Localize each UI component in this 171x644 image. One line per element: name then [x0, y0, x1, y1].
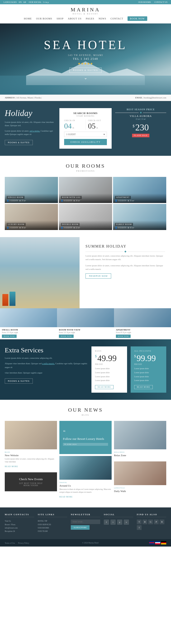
mini-room-1-btn[interactable]: BOOK NOW — [2, 334, 17, 338]
email-value: | booking@hotelresort.com — [143, 96, 166, 99]
check-availability-button[interactable]: CHECK AVAILABILITY — [64, 139, 107, 145]
find-icon-2[interactable]: B — [142, 520, 147, 524]
footer-link-3[interactable]: OUR ROOMS — [38, 526, 67, 530]
nav-contact[interactable]: Contact — [110, 17, 123, 20]
news-around-readmore[interactable]: READ MORE — [59, 496, 73, 498]
footer-link-2[interactable]: OUR SERVICES — [38, 523, 67, 526]
lang-ar[interactable]: AR — [23, 1, 26, 3]
summer-title: Summer Holiday — [86, 244, 165, 248]
mini-room-3-btn[interactable]: BOOK NOW — [116, 334, 131, 338]
newsletter-input[interactable] — [71, 520, 100, 524]
checkin-col: CHECK-IN 04 th — [64, 120, 83, 130]
social-tw-icon[interactable]: t — [110, 520, 116, 525]
contact-link[interactable]: CONTACT US — [154, 1, 167, 3]
news-walk-title: Daily Walk — [114, 490, 166, 492]
footer-main: Main Contacts Visit Us Resort / Floor. i… — [0, 508, 171, 539]
hero-scroll-icon[interactable]: ⌄ — [84, 75, 87, 80]
find-icon-3[interactable]: G — [148, 520, 153, 524]
nav-shop[interactable]: Shop — [57, 17, 64, 20]
extra-rooms-button[interactable]: ROOMS & SUITES — [5, 378, 33, 384]
nav-news[interactable]: News — [99, 17, 106, 20]
room-card-5[interactable]: DOUBLE ROOM 👤 3 GUESTS ⊞ 22 m² — [59, 204, 112, 230]
search-title: Search Rooms — [64, 112, 107, 114]
news-featured-text: Follow our Resort Luxury Hotels — [63, 437, 108, 441]
holiday-link[interactable]: sed a metus. — [30, 130, 40, 132]
news-website-image — [5, 421, 57, 449]
guest-chevron: ▾ — [104, 133, 105, 136]
our-rooms-link[interactable]: OUR ROOMS — [138, 1, 151, 3]
find-icon-6[interactable]: I — [137, 525, 141, 530]
social-fb-icon[interactable]: f — [104, 520, 109, 525]
check-events-sub1: LET REST YOUR SELF — [19, 482, 43, 484]
room-4-type: LUXURY ROOM — [7, 223, 26, 226]
social-fb[interactable]: f — [43, 1, 44, 3]
room-2-type: ROOM WITH LOG — [61, 196, 82, 199]
info-bar: ADDRESS | 143 Avenue, Miami | Florida | … — [0, 94, 171, 101]
guest-selector[interactable]: 1 GUEST ▾ — [64, 132, 107, 137]
checkout-day: 05 — [88, 122, 96, 130]
logo-sub: Hotel & Resort — [5, 13, 166, 15]
footer-link-1[interactable]: HOTEL TIP — [38, 520, 67, 523]
logo-text[interactable]: MARINA — [5, 7, 166, 13]
room-3-overlay: APARTMENT 👤 5 GUESTS ⊞ 35 m² — [113, 194, 166, 203]
room-card-1[interactable]: SINGLE ROOM 👤 1 GUESTS ⊞ 25 m² — [5, 177, 58, 203]
extra-link[interactable]: a nulla mauris. — [42, 362, 55, 365]
room-1-guests: 👤 1 GUESTS — [7, 200, 18, 202]
room-6-guests: 👤 6 GUESTS — [115, 227, 126, 229]
room-card-2[interactable]: ROOM WITH LOG 👤 4 GUESTS ⊞ 26 m² — [59, 177, 112, 203]
room-2-size: ⊞ 26 m² — [73, 200, 80, 202]
mini-rooms: Small Room From 115 $ per night BOOK NOW… — [0, 308, 171, 339]
rooms-section-title: OUR ROOMS — [5, 163, 166, 169]
top-bar-right: OUR ROOMS CONTACT US — [138, 1, 167, 3]
hero-rooms-button[interactable]: ROOMS & SUITES — [69, 68, 102, 73]
top-bar: LANGUAGES EN AR OUR SOCIAL f t in p OUR … — [0, 0, 171, 4]
top-bar-left: LANGUAGES EN AR OUR SOCIAL f t in p — [4, 1, 49, 3]
mini-room-2-price: From 121 $ per night — [59, 332, 112, 334]
holiday-rooms-button[interactable]: ROOMS & SUITES — [5, 140, 33, 145]
nav-pages[interactable]: Pages — [86, 17, 94, 20]
nav-home[interactable]: Home — [24, 17, 32, 20]
footer-copyright: © 2024 Marina Hotel — [82, 542, 99, 544]
social-in[interactable]: in — [45, 1, 47, 3]
main-nav: Home Our Rooms Shop About Us Pages News … — [5, 16, 166, 21]
find-icon-1[interactable]: T — [137, 520, 141, 524]
news-card-relax: WELLNESS Relax Zone — [114, 421, 166, 460]
terms-link[interactable]: Terms of Use — [5, 542, 15, 544]
lang-en[interactable]: EN — [19, 1, 22, 3]
newsletter-button[interactable]: SUBSCRIBE — [71, 525, 90, 530]
languages-label[interactable]: LANGUAGES — [4, 1, 17, 3]
drink-2 — [10, 292, 16, 306]
footer-link-4[interactable]: OUR TEAM — [38, 530, 67, 533]
news-relax-tag: WELLNESS — [114, 451, 166, 453]
checkout-date[interactable]: 05 th — [88, 122, 107, 130]
room-card-4[interactable]: LUXURY ROOM 👤 2 GUESTS ⊞ 30 m² — [5, 204, 58, 230]
room-1-type: SINGLE ROOM — [7, 196, 25, 199]
room-2-overlay: ROOM WITH LOG 👤 4 GUESTS ⊞ 26 m² — [59, 194, 112, 203]
social-pi[interactable]: p — [48, 1, 49, 3]
room-6-overlay: FAMILY ROOM 👤 6 GUESTS ⊞ 45 m² — [113, 220, 166, 230]
extra-text2: Aliquam vitae interdum diam. Quisque sed… — [5, 362, 88, 369]
drink-1 — [2, 294, 8, 306]
nav-about[interactable]: About Us — [68, 17, 82, 20]
footer-contacts-title: Main Contacts — [5, 513, 34, 517]
nav-rooms[interactable]: Our Rooms — [36, 17, 52, 20]
social-yt-icon[interactable]: y — [117, 520, 122, 525]
check-events-card[interactable]: Check New Events LET REST YOUR SELF BOOK… — [5, 472, 57, 491]
reserve-button[interactable]: RESERVE NOW — [86, 274, 111, 278]
holiday-section: Holiday Lorem ipsum dolor sit amet, elit… — [0, 101, 171, 156]
inclusive-read-more-button[interactable]: READ MORE — [134, 385, 153, 389]
basic-read-more-button[interactable]: READ MORE — [95, 385, 113, 389]
social-vm-icon[interactable]: v — [124, 520, 129, 525]
room-card-6[interactable]: FAMILY ROOM 👤 6 GUESTS ⊞ 45 m² — [113, 204, 166, 230]
checkin-date[interactable]: 04 th — [64, 122, 83, 130]
social-tw[interactable]: t — [44, 1, 45, 3]
mini-room-2-btn[interactable]: BOOK NOW — [59, 334, 74, 338]
find-icon-5[interactable]: R — [159, 520, 164, 524]
inclusive-price-value: 99.99 — [136, 354, 156, 363]
nav-book-button[interactable]: BOOK NOW — [127, 16, 147, 21]
find-icon-4[interactable]: P — [154, 520, 159, 524]
villa-size: 21 m² | 11 m² — [115, 118, 166, 120]
room-card-3[interactable]: APARTMENT 👤 5 GUESTS ⊞ 35 m² — [113, 177, 166, 203]
news-website-readmore[interactable]: READ MORE — [5, 466, 18, 468]
privacy-link[interactable]: Privacy Policy — [18, 542, 29, 544]
